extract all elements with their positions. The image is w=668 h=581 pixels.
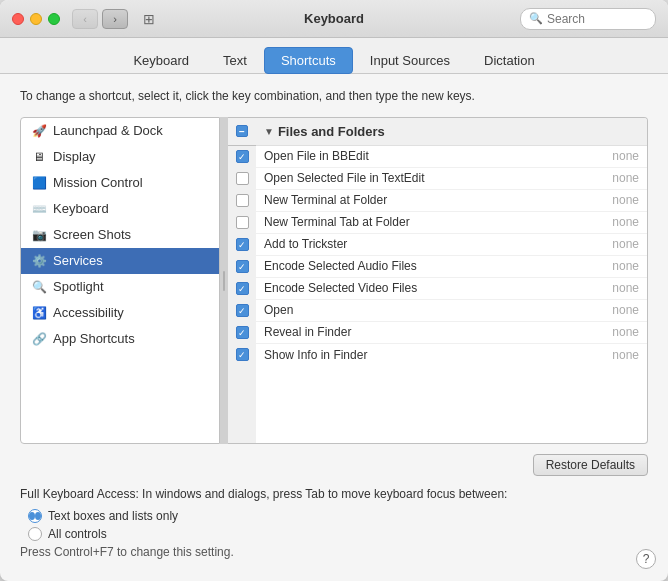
checkbox-cell-1[interactable] — [228, 168, 256, 190]
checkbox-2[interactable] — [236, 194, 249, 207]
sidebar-item-launchpad[interactable]: 🚀 Launchpad & Dock — [21, 118, 219, 144]
checkbox-0[interactable]: ✓ — [236, 150, 249, 163]
sidebar-item-services[interactable]: ⚙️ Services — [21, 248, 219, 274]
sidebar-item-app-shortcuts[interactable]: 🔗 App Shortcuts — [21, 326, 219, 352]
checkbox-cell-4[interactable]: ✓ — [228, 234, 256, 256]
radio-label-all-controls: All controls — [48, 527, 107, 541]
checkbox-cell-6[interactable]: ✓ — [228, 278, 256, 300]
shortcut-row-5[interactable]: Encode Selected Audio Files none — [256, 256, 647, 278]
radio-option-text-boxes[interactable]: Text boxes and lists only — [28, 509, 648, 523]
tab-input-sources[interactable]: Input Sources — [353, 47, 467, 74]
shortcut-row-2[interactable]: New Terminal at Folder none — [256, 190, 647, 212]
search-input[interactable] — [547, 12, 647, 26]
shortcut-name-9: Show Info in Finder — [264, 348, 612, 362]
checkbox-cell-3[interactable] — [228, 212, 256, 234]
sidebar-item-keyboard[interactable]: ⌨️ Keyboard — [21, 196, 219, 222]
shortcut-row-7[interactable]: Open none — [256, 300, 647, 322]
content-area: To change a shortcut, select it, click t… — [0, 74, 668, 581]
sidebar-item-mission-control[interactable]: 🟦 Mission Control — [21, 170, 219, 196]
tab-text[interactable]: Text — [206, 47, 264, 74]
shortcut-row-4[interactable]: Add to Trickster none — [256, 234, 647, 256]
sidebar-item-display[interactable]: 🖥 Display — [21, 144, 219, 170]
checkbox-cell-8[interactable]: ✓ — [228, 322, 256, 344]
tab-keyboard[interactable]: Keyboard — [116, 47, 206, 74]
shortcut-name-0: Open File in BBEdit — [264, 149, 612, 163]
checkbox-cell-0[interactable]: ✓ — [228, 146, 256, 168]
checkbox-7[interactable]: ✓ — [236, 304, 249, 317]
maximize-button[interactable] — [48, 13, 60, 25]
sidebar: 🚀 Launchpad & Dock 🖥 Display 🟦 Mission C… — [20, 117, 220, 444]
sidebar-label-screenshots: Screen Shots — [53, 227, 131, 242]
sidebar-item-screenshots[interactable]: 📷 Screen Shots — [21, 222, 219, 248]
checkbox-6[interactable]: ✓ — [236, 282, 249, 295]
description-text: To change a shortcut, select it, click t… — [20, 88, 648, 105]
traffic-lights — [12, 13, 60, 25]
checkbox-cell-2[interactable] — [228, 190, 256, 212]
resize-divider[interactable] — [220, 117, 228, 444]
tabs-bar: Keyboard Text Shortcuts Input Sources Di… — [0, 38, 668, 74]
shortcut-name-1: Open Selected File in TextEdit — [264, 171, 612, 185]
screenshots-icon: 📷 — [31, 227, 47, 243]
shortcut-name-6: Encode Selected Video Files — [264, 281, 612, 295]
shortcut-row-1[interactable]: Open Selected File in TextEdit none — [256, 168, 647, 190]
sidebar-label-display: Display — [53, 149, 96, 164]
checkbox-9[interactable]: ✓ — [236, 348, 249, 361]
checkbox-8[interactable]: ✓ — [236, 326, 249, 339]
select-all-checkbox[interactable]: − — [236, 125, 248, 137]
shortcut-key-7: none — [612, 303, 639, 317]
sidebar-label-spotlight: Spotlight — [53, 279, 104, 294]
keyboard-preferences-window: ‹ › ⊞ Keyboard 🔍 Keyboard Text Shortcuts… — [0, 0, 668, 581]
keyboard-access-section: Full Keyboard Access: In windows and dia… — [20, 486, 648, 559]
search-box[interactable]: 🔍 — [520, 8, 656, 30]
checkbox-cell-7[interactable]: ✓ — [228, 300, 256, 322]
launchpad-icon: 🚀 — [31, 123, 47, 139]
shortcut-row-0[interactable]: Open File in BBEdit none — [256, 146, 647, 168]
main-area: 🚀 Launchpad & Dock 🖥 Display 🟦 Mission C… — [20, 117, 648, 444]
radio-option-all-controls[interactable]: All controls — [28, 527, 648, 541]
shortcut-row-8[interactable]: Reveal in Finder none — [256, 322, 647, 344]
radio-text-boxes[interactable] — [28, 509, 42, 523]
radio-all-controls[interactable] — [28, 527, 42, 541]
sidebar-item-spotlight[interactable]: 🔍 Spotlight — [21, 274, 219, 300]
keyboard-access-title: Full Keyboard Access: In windows and dia… — [20, 486, 648, 503]
shortcut-name-7: Open — [264, 303, 612, 317]
sidebar-label-launchpad: Launchpad & Dock — [53, 123, 163, 138]
collapse-triangle[interactable]: ▼ — [264, 126, 274, 137]
press-note: Press Control+F7 to change this setting. — [20, 545, 648, 559]
shortcut-row-3[interactable]: New Terminal Tab at Folder none — [256, 212, 647, 234]
sidebar-item-accessibility[interactable]: ♿ Accessibility — [21, 300, 219, 326]
tab-shortcuts[interactable]: Shortcuts — [264, 47, 353, 74]
checkbox-4[interactable]: ✓ — [236, 238, 249, 251]
bottom-area: Restore Defaults Full Keyboard Access: I… — [20, 454, 648, 567]
keyboard-icon: ⌨️ — [31, 201, 47, 217]
checkbox-cell-5[interactable]: ✓ — [228, 256, 256, 278]
sidebar-label-accessibility: Accessibility — [53, 305, 124, 320]
shortcut-row-9[interactable]: Show Info in Finder none — [256, 344, 647, 366]
back-button[interactable]: ‹ — [72, 9, 98, 29]
shortcut-key-0: none — [612, 149, 639, 163]
services-icon: ⚙️ — [31, 253, 47, 269]
checkbox-cell-9[interactable]: ✓ — [228, 344, 256, 366]
shortcut-key-8: none — [612, 325, 639, 339]
checkbox-3[interactable] — [236, 216, 249, 229]
display-icon: 🖥 — [31, 149, 47, 165]
shortcut-key-3: none — [612, 215, 639, 229]
grid-button[interactable]: ⊞ — [136, 9, 162, 29]
help-button[interactable]: ? — [636, 549, 656, 569]
nav-buttons: ‹ › — [72, 9, 128, 29]
group-title: Files and Folders — [278, 124, 385, 139]
checkbox-column: − ✓ ✓ — [228, 117, 256, 444]
tab-dictation[interactable]: Dictation — [467, 47, 552, 74]
forward-button[interactable]: › — [102, 9, 128, 29]
sidebar-label-mission-control: Mission Control — [53, 175, 143, 190]
close-button[interactable] — [12, 13, 24, 25]
checkbox-1[interactable] — [236, 172, 249, 185]
shortcut-key-2: none — [612, 193, 639, 207]
checkbox-5[interactable]: ✓ — [236, 260, 249, 273]
restore-defaults-button[interactable]: Restore Defaults — [533, 454, 648, 476]
shortcut-row-6[interactable]: Encode Selected Video Files none — [256, 278, 647, 300]
shortcuts-panel: ▼ Files and Folders Open File in BBEdit … — [256, 117, 648, 444]
minimize-button[interactable] — [30, 13, 42, 25]
shortcut-key-4: none — [612, 237, 639, 251]
mission-control-icon: 🟦 — [31, 175, 47, 191]
